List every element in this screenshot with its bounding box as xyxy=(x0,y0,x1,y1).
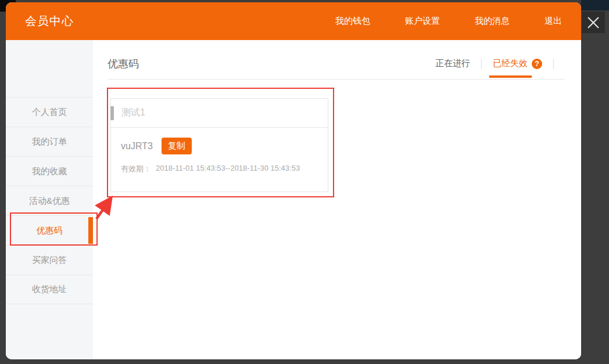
sidebar-item-home[interactable]: 个人首页 xyxy=(6,97,93,127)
tab-expired-label: 已经失效 xyxy=(493,58,528,69)
main-content: 优惠码 正在进行 已经失效 ? xyxy=(93,40,581,359)
card-accent-bar xyxy=(110,106,114,120)
member-center-modal: 会员中心 我的钱包 账户设置 我的消息 退出 个人首页 我的订单 我的收藏 活动… xyxy=(6,2,581,359)
modal-body: 个人首页 我的订单 我的收藏 活动&优惠 优惠码 买家问答 收货地址 优惠码 正… xyxy=(6,40,581,359)
tab-in-progress[interactable]: 正在进行 xyxy=(435,58,470,69)
question-icon[interactable]: ? xyxy=(532,59,542,69)
coupon-card-body: vuJRT3 复制 有效期： 2018-11-01 15:43:53--2018… xyxy=(111,128,328,174)
active-tab-underline xyxy=(489,75,532,78)
coupon-name: 测试1 xyxy=(121,107,145,119)
background-corner-top-right xyxy=(581,0,609,10)
nav-item-logout[interactable]: 退出 xyxy=(544,16,562,27)
close-button[interactable] xyxy=(582,12,605,33)
sidebar-item-orders[interactable]: 我的订单 xyxy=(6,127,93,156)
sidebar-item-address[interactable]: 收货地址 xyxy=(6,275,93,304)
tab-bar: 正在进行 已经失效 ? xyxy=(435,58,565,69)
nav-item-messages[interactable]: 我的消息 xyxy=(475,16,510,27)
active-indicator-bar xyxy=(88,217,93,244)
sidebar-item-buyer-qa[interactable]: 买家问答 xyxy=(6,245,93,275)
page-title: 优惠码 xyxy=(108,57,139,71)
nav-item-wallet[interactable]: 我的钱包 xyxy=(335,16,370,27)
validity-row: 有效期： 2018-11-01 15:43:53--2018-11-30 15:… xyxy=(121,164,317,174)
tab-expired[interactable]: 已经失效 ? xyxy=(493,58,542,69)
sidebar-item-coupon-code[interactable]: 优惠码 xyxy=(6,215,93,245)
modal-header: 会员中心 我的钱包 账户设置 我的消息 退出 xyxy=(6,2,581,40)
close-icon xyxy=(586,15,601,30)
copy-button[interactable]: 复制 xyxy=(162,138,192,154)
coupon-code-row: vuJRT3 复制 xyxy=(121,138,317,154)
header-nav: 我的钱包 账户设置 我的消息 退出 xyxy=(335,16,562,27)
coupon-card: 测试1 vuJRT3 复制 有效期： 2018-11-01 15:43:53--… xyxy=(110,98,328,192)
coupon-card-header: 测试1 xyxy=(111,99,328,128)
nav-item-account-settings[interactable]: 账户设置 xyxy=(405,16,440,27)
validity-label: 有效期： xyxy=(121,164,151,174)
header-divider xyxy=(108,79,565,80)
validity-value: 2018-11-01 15:43:53--2018-11-30 15:43:53 xyxy=(156,164,300,174)
sidebar: 个人首页 我的订单 我的收藏 活动&优惠 优惠码 买家问答 收货地址 xyxy=(6,40,93,359)
tab-separator xyxy=(481,59,482,69)
sidebar-item-label: 优惠码 xyxy=(37,225,63,236)
sidebar-item-promotions[interactable]: 活动&优惠 xyxy=(6,186,93,215)
sidebar-item-favorites[interactable]: 我的收藏 xyxy=(6,156,93,186)
modal-title: 会员中心 xyxy=(25,13,74,29)
title-row: 优惠码 正在进行 已经失效 ? xyxy=(93,40,581,79)
coupon-code: vuJRT3 xyxy=(121,141,153,152)
screen: 会员中心 我的钱包 账户设置 我的消息 退出 个人首页 我的订单 我的收藏 活动… xyxy=(0,0,609,364)
tab-separator xyxy=(553,59,554,69)
